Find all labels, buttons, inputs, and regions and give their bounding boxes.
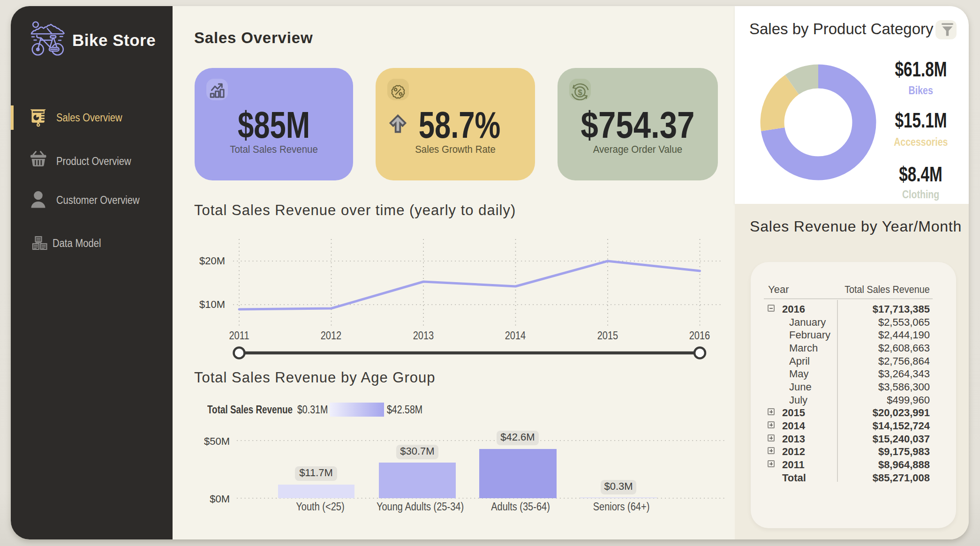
svg-text:$: $	[578, 88, 582, 97]
